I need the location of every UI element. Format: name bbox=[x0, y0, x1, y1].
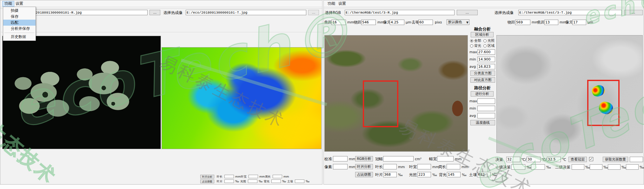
rgb-path-input[interactable] bbox=[345, 10, 455, 15]
radio-backlight[interactable] bbox=[470, 44, 473, 47]
temperature-curve-button[interactable]: 温度曲线 bbox=[470, 120, 495, 125]
path-max-input[interactable] bbox=[477, 98, 495, 104]
radio-region[interactable] bbox=[483, 44, 487, 47]
mini-permille-unit: ‰ bbox=[282, 180, 286, 183]
thermal-path-input[interactable] bbox=[186, 10, 306, 15]
decision-temp2-input[interactable] bbox=[527, 157, 541, 162]
soil-ratio-input[interactable] bbox=[477, 172, 491, 177]
light-ratio-input[interactable] bbox=[417, 172, 431, 177]
path-avg-input[interactable] bbox=[477, 113, 495, 118]
rgb-path-input[interactable] bbox=[20, 10, 148, 15]
right-window: 功能 设置 选择RGB ... 选择热成像 ... 焦距 mm 物距 mm 像元… bbox=[323, 0, 644, 185]
mini-leaf-width-label: 叶宽 bbox=[241, 175, 247, 179]
level1-input-a[interactable] bbox=[511, 164, 525, 170]
rgb-segmented-image bbox=[2, 36, 161, 149]
frame-width-input[interactable] bbox=[437, 156, 454, 161]
thermal-focal-label: 焦距 bbox=[537, 20, 545, 25]
thermal-color-image bbox=[162, 47, 322, 149]
thermal-pixel-label: 像元 bbox=[565, 20, 573, 25]
browse-thermal-button[interactable]: ... bbox=[624, 10, 643, 15]
mini-leaf-length-input[interactable] bbox=[224, 175, 234, 178]
menu-item-history[interactable]: 历史数据 bbox=[3, 34, 36, 40]
radio-backlight-label: 背光 bbox=[474, 44, 481, 48]
canopy-width-input[interactable] bbox=[383, 156, 414, 161]
mini-leaf-input[interactable] bbox=[224, 180, 234, 183]
compare-histogram-button[interactable]: 对比直方图 bbox=[470, 77, 495, 83]
roi-rectangle-rgb[interactable] bbox=[363, 80, 398, 127]
pie-chart-button[interactable]: 占比饼图 bbox=[355, 172, 373, 177]
mini-backlight-input[interactable] bbox=[271, 180, 281, 183]
mini-permille-unit: ‰ bbox=[235, 180, 239, 183]
region-analysis-button[interactable]: 区域分析 bbox=[471, 32, 494, 37]
denoise-input[interactable] bbox=[418, 20, 433, 25]
menu-function[interactable]: 功能 bbox=[326, 1, 337, 6]
denoise-unit: pixs bbox=[435, 20, 442, 25]
mini-permille-unit: ‰ bbox=[259, 180, 262, 183]
radio-light[interactable] bbox=[483, 39, 487, 42]
leaf-length-input[interactable] bbox=[383, 164, 397, 169]
color-palette-combobox[interactable]: 默认颜色▼ bbox=[447, 19, 469, 25]
thermal-pixel-input[interactable] bbox=[572, 20, 586, 25]
browse-rgb-button[interactable]: ... bbox=[149, 10, 160, 15]
fusion-avg-input[interactable] bbox=[477, 64, 495, 69]
backlight-ratio-input[interactable] bbox=[447, 172, 461, 177]
mm-unit: mm bbox=[461, 164, 468, 170]
run-analysis-button[interactable]: 进行分析 bbox=[471, 91, 494, 97]
menu-settings[interactable]: 设置 bbox=[336, 1, 348, 6]
menu-item-capture[interactable]: 拍摄 bbox=[3, 8, 36, 14]
thermal-path-input[interactable] bbox=[518, 10, 622, 15]
calibration-input[interactable] bbox=[333, 156, 348, 161]
level2-input-b[interactable] bbox=[590, 164, 602, 170]
canopy-checkbox[interactable] bbox=[589, 157, 593, 161]
path-min-input[interactable] bbox=[477, 106, 495, 111]
thermal-objdist-input[interactable] bbox=[515, 20, 530, 25]
mini-leaf-label: 叶片 bbox=[217, 180, 222, 183]
rgb-analysis-button[interactable]: RGB分析 bbox=[355, 156, 373, 161]
menu-item-save[interactable]: 保存 bbox=[3, 14, 36, 20]
view-canopy-button[interactable]: 查看冠层 bbox=[568, 157, 587, 162]
radio-light-label: 光照 bbox=[488, 39, 495, 43]
decision-temp1-input[interactable] bbox=[506, 157, 520, 162]
leaf-ratio-input[interactable] bbox=[383, 172, 397, 177]
level2-input-a[interactable] bbox=[572, 164, 584, 170]
mini-light-input[interactable] bbox=[248, 180, 257, 183]
rgb-photo bbox=[324, 35, 468, 152]
menu-function[interactable]: 功能 bbox=[2, 1, 14, 7]
leaf-analysis-button[interactable]: 叶片分析 bbox=[355, 164, 373, 169]
browse-rgb-button[interactable]: ... bbox=[457, 10, 478, 15]
path-analysis-title: 路径分析 bbox=[469, 85, 495, 91]
light-spots-count-input[interactable] bbox=[630, 157, 643, 162]
objdist-input[interactable] bbox=[361, 20, 376, 25]
mini-perimeter-input[interactable] bbox=[273, 175, 282, 178]
fusion-min-input[interactable] bbox=[477, 57, 495, 62]
radio-all[interactable] bbox=[470, 39, 473, 42]
pixel-pitch-input[interactable] bbox=[390, 20, 404, 25]
leaf-length-label: 叶长 bbox=[375, 164, 383, 170]
decision-temp3-input[interactable] bbox=[547, 157, 561, 162]
mini-pie-button[interactable]: 占比饼图 bbox=[200, 180, 214, 183]
menu-settings[interactable]: 设置 bbox=[14, 1, 25, 6]
left-window: 功能 设置 ... 选择热成像 ... 叶片分析 叶长 mm 叶宽 mm 周长 … bbox=[0, 0, 322, 185]
soil-ratio-label: 土壤 bbox=[469, 172, 477, 178]
menu-item-match[interactable]: 匹配 bbox=[3, 20, 36, 26]
mini-leaf-analysis-button[interactable]: 叶片分析 bbox=[200, 175, 214, 179]
browse-thermal-button[interactable]: ... bbox=[308, 10, 319, 15]
focal-input[interactable] bbox=[331, 20, 346, 25]
mini-leaf-width-input[interactable] bbox=[249, 175, 258, 178]
perimeter-input[interactable] bbox=[447, 164, 460, 169]
class-histogram-button[interactable]: 分类直方图 bbox=[470, 71, 495, 76]
pixel-input[interactable] bbox=[333, 164, 348, 169]
frame-width-label: 幅宽 bbox=[429, 156, 437, 162]
mini-soil-input[interactable] bbox=[295, 180, 304, 183]
mini-soil-label: 土壤 bbox=[287, 180, 293, 183]
thermal-focal-input[interactable] bbox=[544, 20, 558, 25]
mini-mm-unit: mm bbox=[283, 175, 289, 179]
menu-item-analyze-save[interactable]: 分析并保存 bbox=[3, 26, 36, 32]
fusion-max-input[interactable] bbox=[477, 49, 495, 55]
level2-decision-label: 二级决策 bbox=[555, 165, 570, 170]
level2-input-d[interactable] bbox=[626, 164, 639, 170]
leaf-width-input[interactable] bbox=[417, 164, 431, 169]
level1-input-b[interactable] bbox=[531, 164, 545, 170]
level2-input-c[interactable] bbox=[608, 164, 621, 170]
get-light-spots-button[interactable]: 获取光斑数量 bbox=[603, 157, 628, 162]
